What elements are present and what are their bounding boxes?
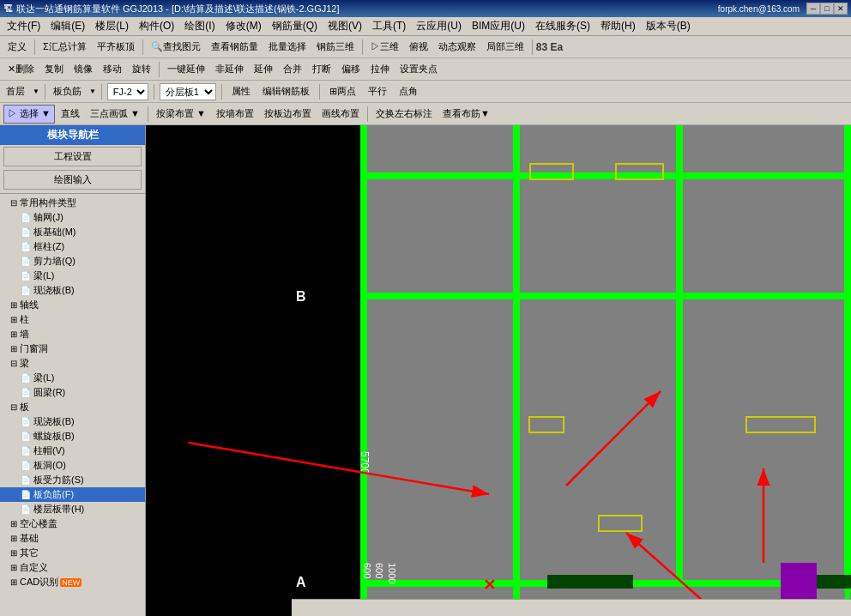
by-beam-button[interactable]: 按梁布置 ▼ <box>152 105 210 124</box>
close-button[interactable]: ✕ <box>834 3 848 15</box>
sidebar-tree: ⊟ 常用构件类型 📄 轴网(J) 📄 板基础(M) 📄 框柱(Z) 📄 剪力墙(… <box>0 196 145 616</box>
sidebar-item-round-beam[interactable]: 📄 圆梁(R) <box>0 385 145 400</box>
menu-edit[interactable]: 编辑(E) <box>45 17 90 35</box>
select-button[interactable]: ▷ 选择 ▼ <box>3 105 55 124</box>
menu-floor[interactable]: 楼层(L) <box>90 17 134 35</box>
one-key-extend-button[interactable]: 一键延伸 <box>163 60 209 79</box>
align-top-button[interactable]: 平齐板顶 <box>93 38 139 57</box>
sidebar-item-base[interactable]: 📄 板基础(M) <box>0 225 145 239</box>
top-view-button[interactable]: 俯视 <box>405 38 432 57</box>
calc-button[interactable]: Σ汇总计算 <box>39 38 91 57</box>
sidebar-item-custom[interactable]: ⊞ 自定义 <box>0 560 145 575</box>
dynamic-view-button[interactable]: 动态观察 <box>434 38 480 57</box>
rotate-button[interactable]: 旋转 <box>128 60 155 79</box>
separator <box>34 39 35 55</box>
sidebar-item-spiral-slab[interactable]: 📄 螺旋板(B) <box>0 429 145 444</box>
hollow-label: 空心楼盖 <box>20 517 57 530</box>
maximize-button[interactable]: □ <box>820 3 834 15</box>
menu-bim[interactable]: BIM应用(U) <box>467 17 530 35</box>
offset-button[interactable]: 偏移 <box>337 60 365 79</box>
sidebar-item-shearwall[interactable]: 📄 剪力墙(Q) <box>0 254 145 269</box>
by-board-edge-button[interactable]: 按板边布置 <box>260 105 316 124</box>
sidebar-item-axis[interactable]: 📄 轴网(J) <box>0 210 145 225</box>
point-angle-button[interactable]: 点角 <box>395 82 422 101</box>
sidebar-item-beam[interactable]: 📄 梁(L) <box>0 269 145 283</box>
menu-help[interactable]: 帮助(H) <box>595 17 641 35</box>
by-wall-button[interactable]: 按墙布置 <box>212 105 258 124</box>
slab-hole-label: 板洞(O) <box>33 459 66 472</box>
copy-button[interactable]: 复制 <box>40 60 68 79</box>
sidebar-item-wall-group[interactable]: ⊞ 墙 <box>0 327 145 341</box>
sidebar-item-common[interactable]: ⊟ 常用构件类型 <box>0 196 145 210</box>
file-icon: 📄 <box>21 490 31 499</box>
line-button[interactable]: 直线 <box>57 105 84 124</box>
view-rebar-dist-button[interactable]: 查看布筋▼ <box>438 105 494 124</box>
expand-icon: ⊟ <box>10 198 17 208</box>
sidebar-item-beam-l[interactable]: 📄 梁(L) <box>0 371 145 385</box>
sidebar-item-slab-hole[interactable]: 📄 板洞(O) <box>0 458 145 473</box>
cad-label: CAD识别 <box>20 576 58 589</box>
project-settings-button[interactable]: 工程设置 <box>3 147 142 166</box>
sidebar-item-hollow[interactable]: ⊞ 空心楼盖 <box>0 516 145 531</box>
local-3d-button[interactable]: 局部三维 <box>482 38 528 57</box>
sidebar-item-slab[interactable]: 📄 现浇板(B) <box>0 283 145 298</box>
minimize-button[interactable]: ─ <box>806 3 820 15</box>
merge-button[interactable]: 合并 <box>279 60 306 79</box>
define-button[interactable]: 定义 <box>3 38 31 57</box>
draw-input-button[interactable]: 绘图输入 <box>3 170 142 190</box>
menu-version[interactable]: 版本号(B) <box>641 17 696 35</box>
parallel-button[interactable]: 平行 <box>364 82 391 101</box>
swap-label-button[interactable]: 交换左右标注 <box>371 105 437 124</box>
menu-cloud[interactable]: 云应用(U) <box>411 17 467 35</box>
sidebar-item-foundation[interactable]: ⊞ 基础 <box>0 531 145 546</box>
menu-rebar[interactable]: 钢筋量(Q) <box>267 17 323 35</box>
beam-group-label: 梁 <box>20 357 29 370</box>
properties-button[interactable]: 属性 <box>227 82 255 101</box>
sidebar-item-slab-force-rebar[interactable]: 📄 板受力筋(S) <box>0 473 145 487</box>
menu-tools[interactable]: 工具(T) <box>367 17 411 35</box>
svg-rect-12 <box>530 164 573 179</box>
sidebar-item-others[interactable]: ⊞ 其它 <box>0 546 145 560</box>
menu-modify[interactable]: 修改(M) <box>220 17 267 35</box>
floor-dropdown-icon[interactable]: ▼ <box>33 88 39 95</box>
find-button[interactable]: 🔍查找图元 <box>147 38 205 57</box>
layer-select[interactable]: 分层板1 <box>160 83 216 100</box>
svg-rect-0 <box>360 125 851 616</box>
rebar-3d-button[interactable]: 钢筋三维 <box>312 38 359 57</box>
stretch-button[interactable]: 拉伸 <box>366 60 394 79</box>
two-point-button[interactable]: ⊞两点 <box>325 82 360 101</box>
menu-online[interactable]: 在线服务(S) <box>530 17 595 35</box>
sidebar-item-slab-neg-rebar[interactable]: 📄 板负筋(F) <box>0 487 145 502</box>
menu-component[interactable]: 构件(O) <box>134 17 179 35</box>
extend-button[interactable]: 延伸 <box>250 60 277 79</box>
sidebar-item-slab-group[interactable]: ⊟ 板 <box>0 400 145 414</box>
set-grip-button[interactable]: 设置夹点 <box>395 60 442 79</box>
canvas-area[interactable]: 5700 600 600 1000 B A 600 ✕ <box>146 125 851 616</box>
batch-select-button[interactable]: 批量选择 <box>264 38 311 57</box>
mirror-button[interactable]: 镜像 <box>69 60 97 79</box>
move-button[interactable]: 移动 <box>99 60 126 79</box>
rebar-subtype-select[interactable]: FJ-2 <box>107 83 148 100</box>
sidebar-item-axis-group[interactable]: ⊞ 轴线 <box>0 298 145 312</box>
sidebar-item-column[interactable]: 📄 框柱(Z) <box>0 239 145 254</box>
sidebar-item-floor-band[interactable]: 📄 楼层板带(H) <box>0 502 145 516</box>
sidebar-item-col-cap[interactable]: 📄 柱帽(V) <box>0 444 145 458</box>
draw-line-place-button[interactable]: 画线布置 <box>317 105 364 124</box>
sidebar-item-cad[interactable]: ⊞ CAD识别 NEW <box>0 575 145 589</box>
edit-rebar-button[interactable]: 编辑钢筋板 <box>258 82 314 101</box>
view-rebar-button[interactable]: 查看钢筋量 <box>207 38 263 57</box>
rebar-type-label: 板负筋 <box>51 85 84 98</box>
no-extend-button[interactable]: 非延伸 <box>211 60 248 79</box>
3d-button[interactable]: ▷三维 <box>366 38 403 57</box>
delete-button[interactable]: ✕删除 <box>3 60 39 79</box>
menu-view[interactable]: 视图(V) <box>323 17 367 35</box>
sidebar-item-door-window[interactable]: ⊞ 门窗洞 <box>0 341 145 356</box>
sidebar-item-beam-group[interactable]: ⊟ 梁 <box>0 356 145 371</box>
menu-draw[interactable]: 绘图(I) <box>179 17 220 35</box>
arc-button[interactable]: 三点画弧 ▼ <box>86 105 144 124</box>
break-button[interactable]: 打断 <box>308 60 335 79</box>
sidebar-item-cast-slab[interactable]: 📄 现浇板(B) <box>0 414 145 429</box>
menu-file[interactable]: 文件(F) <box>2 17 45 35</box>
rebar-type-dropdown-icon[interactable]: ▼ <box>89 88 96 95</box>
sidebar-item-column-group[interactable]: ⊞ 柱 <box>0 312 145 327</box>
